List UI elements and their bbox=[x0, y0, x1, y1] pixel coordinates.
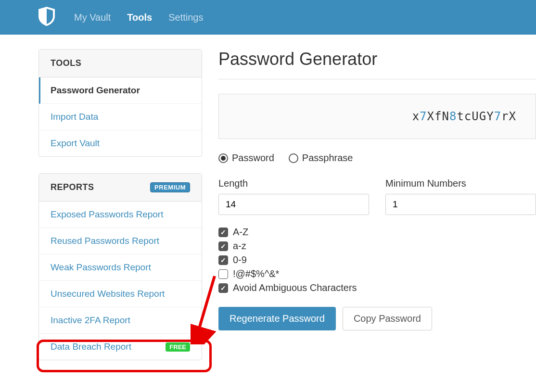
min-numbers-input[interactable] bbox=[385, 194, 536, 215]
regenerate-button[interactable]: Regenerate Password bbox=[218, 307, 336, 330]
checkbox-icon bbox=[218, 269, 228, 279]
tools-card: TOOLS Password GeneratorImport DataExpor… bbox=[38, 49, 202, 157]
sidebar-tools-item[interactable]: Import Data bbox=[39, 104, 202, 130]
list-item-label: Inactive 2FA Report bbox=[51, 315, 130, 326]
sidebar-reports-item[interactable]: Reused Passwords Report bbox=[39, 228, 202, 254]
list-item-label: Exposed Passwords Report bbox=[51, 209, 163, 220]
premium-badge: PREMIUM bbox=[150, 182, 190, 192]
radio-password[interactable]: Password bbox=[218, 152, 274, 164]
generated-password: x7XfN8tcUGY7rX bbox=[218, 94, 536, 139]
min-numbers-label: Minimum Numbers bbox=[385, 178, 536, 189]
checkbox-icon bbox=[218, 228, 228, 237]
checkbox-label: A-Z bbox=[233, 227, 248, 238]
sidebar: TOOLS Password GeneratorImport DataExpor… bbox=[38, 49, 202, 377]
radio-icon bbox=[289, 153, 298, 163]
checkbox-row[interactable]: Avoid Ambiguous Characters bbox=[218, 282, 536, 293]
reports-header: REPORTS PREMIUM bbox=[39, 174, 202, 202]
shield-logo-icon bbox=[38, 7, 55, 28]
checkbox-label: Avoid Ambiguous Characters bbox=[233, 282, 357, 293]
list-item-label: Unsecured Websites Report bbox=[51, 289, 165, 299]
radio-icon bbox=[218, 153, 228, 163]
radio-label: Password bbox=[232, 152, 274, 164]
tools-header: TOOLS bbox=[39, 50, 202, 77]
radio-label: Passphrase bbox=[302, 152, 353, 164]
radio-passphrase[interactable]: Passphrase bbox=[289, 152, 353, 164]
sidebar-reports-item[interactable]: Exposed Passwords Report bbox=[39, 202, 202, 228]
sidebar-tools-item[interactable]: Password Generator bbox=[39, 77, 202, 104]
reports-card: REPORTS PREMIUM Exposed Passwords Report… bbox=[38, 173, 202, 360]
checkbox-label: !@#$%^&* bbox=[233, 268, 279, 279]
sidebar-reports-item[interactable]: Inactive 2FA Report bbox=[39, 307, 202, 334]
reports-header-label: REPORTS bbox=[51, 182, 94, 192]
sidebar-tools-item[interactable]: Export Vault bbox=[39, 130, 202, 156]
checkbox-icon bbox=[218, 283, 228, 293]
list-item-label: Reused Passwords Report bbox=[51, 236, 159, 246]
checkbox-icon bbox=[218, 255, 228, 265]
type-radio-group: Password Passphrase bbox=[218, 152, 536, 164]
topbar: My Vault Tools Settings bbox=[0, 0, 536, 35]
checkbox-row[interactable]: a-z bbox=[218, 240, 536, 252]
checkbox-label: a-z bbox=[233, 240, 246, 252]
length-input[interactable] bbox=[218, 194, 369, 215]
free-badge: FREE bbox=[166, 342, 190, 352]
list-item-label: Data Breach Report bbox=[51, 341, 131, 352]
sidebar-reports-item[interactable]: Data Breach ReportFREE bbox=[39, 334, 202, 360]
top-nav: My Vault Tools Settings bbox=[74, 12, 203, 23]
list-item-label: Weak Passwords Report bbox=[51, 262, 151, 273]
checkbox-icon bbox=[218, 241, 228, 251]
nav-settings[interactable]: Settings bbox=[168, 12, 203, 23]
checkbox-row[interactable]: !@#$%^&* bbox=[218, 268, 536, 279]
sidebar-reports-item[interactable]: Unsecured Websites Report bbox=[39, 281, 202, 307]
page-title: Password Generator bbox=[218, 49, 536, 79]
main-content: Password Generator x7XfN8tcUGY7rX Passwo… bbox=[218, 49, 536, 377]
checkbox-label: 0-9 bbox=[233, 254, 247, 266]
checkbox-row[interactable]: A-Z bbox=[218, 227, 536, 238]
checkbox-row[interactable]: 0-9 bbox=[218, 254, 536, 266]
copy-button[interactable]: Copy Password bbox=[343, 307, 432, 330]
sidebar-reports-item[interactable]: Weak Passwords Report bbox=[39, 254, 202, 281]
length-label: Length bbox=[218, 178, 369, 189]
nav-tools[interactable]: Tools bbox=[127, 12, 152, 23]
options-checklist: A-Za-z0-9!@#$%^&*Avoid Ambiguous Charact… bbox=[218, 227, 536, 293]
nav-my-vault[interactable]: My Vault bbox=[74, 12, 111, 23]
